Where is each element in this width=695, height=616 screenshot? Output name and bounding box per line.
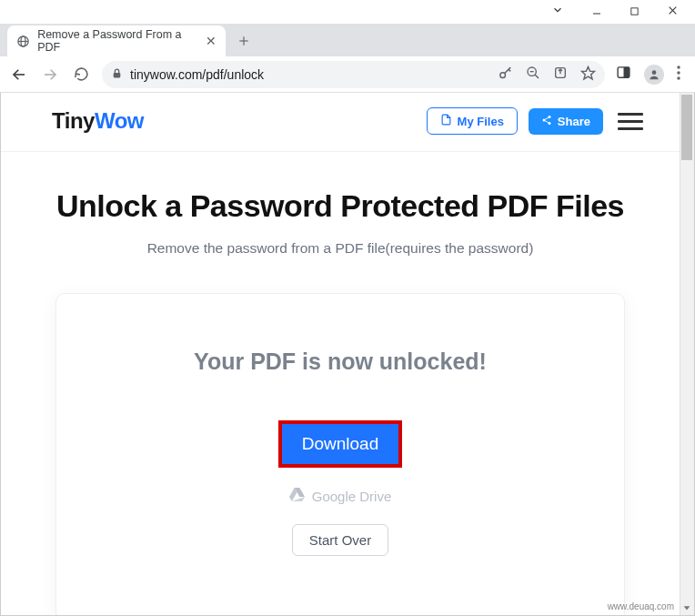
zoom-icon[interactable] <box>526 66 540 83</box>
svg-rect-11 <box>114 72 121 76</box>
main-section: Unlock a Password Protected PDF Files Re… <box>1 152 680 615</box>
tab-close-icon[interactable]: ✕ <box>206 34 217 48</box>
toolbar-right <box>616 65 686 85</box>
profile-avatar[interactable] <box>644 65 664 85</box>
tab-strip: Remove a Password From a PDF ✕ <box>0 24 695 56</box>
share-page-icon[interactable] <box>553 66 568 83</box>
lock-icon <box>111 67 123 82</box>
logo-part1: Tiny <box>52 108 95 133</box>
site-logo[interactable]: TinyWow <box>52 108 144 134</box>
globe-icon <box>16 34 30 48</box>
hamburger-menu-icon[interactable] <box>618 113 643 130</box>
key-icon[interactable] <box>498 66 513 84</box>
window-controls <box>0 0 695 24</box>
svg-point-28 <box>548 122 550 125</box>
maximize-icon[interactable] <box>630 4 640 20</box>
svg-rect-21 <box>624 67 630 77</box>
download-highlight: Download <box>278 420 403 468</box>
site-header: TinyWow My Files Share <box>1 93 680 152</box>
svg-point-12 <box>500 72 506 77</box>
file-icon <box>440 114 452 128</box>
svg-point-23 <box>677 66 680 68</box>
status-text: Your PDF is now unlocked! <box>93 348 588 375</box>
reload-button[interactable] <box>71 65 91 85</box>
svg-point-27 <box>542 118 545 121</box>
logo-part2: Wow <box>95 108 144 133</box>
scroll-down-icon[interactable] <box>681 602 692 613</box>
scrollbar[interactable] <box>680 93 694 615</box>
svg-point-25 <box>677 76 680 79</box>
google-drive-icon <box>289 488 305 504</box>
google-drive-label: Google Drive <box>312 489 392 504</box>
svg-marker-34 <box>684 606 690 610</box>
svg-point-22 <box>652 70 657 75</box>
page-content: TinyWow My Files Share <box>1 93 694 615</box>
svg-line-29 <box>545 117 549 119</box>
browser-tab[interactable]: Remove a Password From a PDF ✕ <box>7 25 226 56</box>
page-subtitle: Remove the password from a PDF file(requ… <box>37 240 643 257</box>
header-actions: My Files Share <box>427 107 643 135</box>
new-tab-button[interactable] <box>231 28 257 54</box>
svg-rect-1 <box>631 8 638 15</box>
chevron-down-icon[interactable] <box>551 4 564 20</box>
browser-viewport: TinyWow My Files Share <box>0 93 695 616</box>
reader-icon[interactable] <box>616 65 631 84</box>
page-title: Unlock a Password Protected PDF Files <box>37 188 643 224</box>
browser-toolbar: tinywow.com/pdf/unlock <box>0 56 695 93</box>
start-over-button[interactable]: Start Over <box>292 524 388 556</box>
forward-button[interactable] <box>40 65 60 85</box>
bookmark-icon[interactable] <box>580 66 596 84</box>
svg-point-24 <box>677 71 680 74</box>
omnibox-actions <box>498 66 596 84</box>
tab-title: Remove a Password From a PDF <box>37 28 198 54</box>
svg-line-30 <box>545 120 549 122</box>
my-files-label: My Files <box>458 115 504 128</box>
svg-point-26 <box>548 116 550 118</box>
url-text: tinywow.com/pdf/unlock <box>130 67 483 82</box>
close-icon[interactable] <box>667 4 679 20</box>
share-button[interactable]: Share <box>529 108 603 135</box>
back-button[interactable] <box>9 65 29 85</box>
google-drive-option[interactable]: Google Drive <box>93 488 588 504</box>
kebab-menu-icon[interactable] <box>677 66 680 84</box>
download-button[interactable]: Download <box>282 424 399 464</box>
share-icon <box>541 115 552 128</box>
address-bar[interactable]: tinywow.com/pdf/unlock <box>102 61 605 88</box>
scrollbar-thumb[interactable] <box>681 95 692 160</box>
svg-line-16 <box>535 75 539 78</box>
svg-marker-19 <box>581 66 594 78</box>
minimize-icon[interactable] <box>591 4 602 20</box>
result-card: Your PDF is now unlocked! Download Googl… <box>55 293 625 615</box>
svg-line-14 <box>509 69 510 71</box>
watermark: www.deuaq.com <box>608 601 674 611</box>
share-label: Share <box>558 115 590 128</box>
my-files-button[interactable]: My Files <box>427 107 518 135</box>
